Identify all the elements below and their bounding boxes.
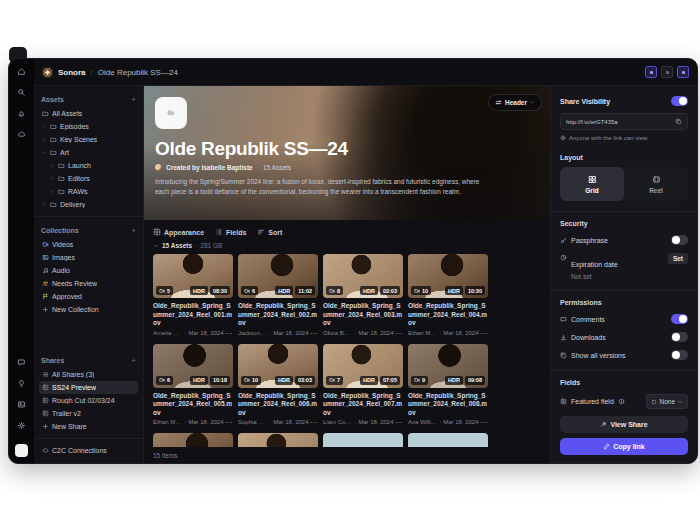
asset-card-olde-republik-spring-summer-2024-reel-010-mov[interactable]: 2HDR07:17Olde_Republik_Spring_Summer_202… xyxy=(238,433,318,447)
sort-button[interactable]: Sort xyxy=(257,228,282,236)
asset-card-olde-republik-spring-summer-2024-reel-005-mov[interactable]: 6HDR10:18Olde_Republik_Spring_Summer_202… xyxy=(153,344,233,426)
featured-field-dropdown[interactable]: None xyxy=(646,394,688,409)
show-all-versions-toggle[interactable] xyxy=(671,350,688,360)
copy-url-icon[interactable] xyxy=(675,118,682,125)
comments-toggle[interactable] xyxy=(671,314,688,324)
asset-card-olde-republik-spring-summer-2024-reel-006-mov[interactable]: 10HDR03:03Olde_Republik_Spring_Summer_20… xyxy=(238,344,318,426)
asset-menu-button[interactable]: ··· xyxy=(226,330,234,336)
sidebar-item-approved[interactable]: Approved xyxy=(39,290,138,303)
asset-card-olde-republik-spring-summer-2024-reel-001-mov[interactable]: 5HDR08:30Olde_Republik_Spring_Summer_202… xyxy=(153,254,233,336)
sidebar-item-episodes[interactable]: Episodes xyxy=(39,120,138,133)
asset-menu-button[interactable]: ··· xyxy=(481,419,489,425)
panel-divider-1 xyxy=(551,211,697,212)
sidebar-item-editors[interactable]: Editors xyxy=(39,172,138,185)
chat-icon[interactable] xyxy=(17,358,26,367)
hdr-badge: HDR xyxy=(445,376,463,385)
asset-thumbnail[interactable]: 23HDR04:13 xyxy=(153,433,233,447)
share-url-field[interactable]: http://f.io/erGT435a xyxy=(560,113,688,130)
view-share-button[interactable]: View Share xyxy=(560,416,688,433)
sidebar-item-audio[interactable]: Audio xyxy=(39,264,138,277)
asset-card-olde-republik-spring-summer-2024-reel-004-mov[interactable]: 10HDR10:30Olde_Republik_Spring_Summer_20… xyxy=(408,254,488,336)
reel-icon xyxy=(652,175,661,184)
asset-thumbnail[interactable]: 6HDR10:18 xyxy=(153,344,233,388)
assets-size: 281 GB xyxy=(200,242,222,249)
sidebar-item-rough-cut-02-03-24[interactable]: Rough Cut 02/03/24 xyxy=(39,394,138,407)
sidebar-item-trailer-v2[interactable]: Trailer v2 xyxy=(39,407,138,420)
fields-button[interactable]: Fields xyxy=(215,228,246,236)
notifications-icon[interactable] xyxy=(17,109,26,118)
hero-banner: Header Olde Republik SS—24 Created by Is… xyxy=(144,86,550,220)
tips-icon[interactable] xyxy=(17,379,26,388)
copy-link-button[interactable]: Copy link xyxy=(560,438,688,455)
asset-thumbnail[interactable]: 2HDR07:17 xyxy=(238,433,318,447)
asset-thumbnail[interactable]: 6HDR11:02 xyxy=(238,254,318,298)
share-visibility-toggle[interactable] xyxy=(671,96,688,106)
asset-card-olde-republik-spring-summer-2024-reel-007-mov[interactable]: 7HDR07:05Olde_Republik_Spring_Summer_202… xyxy=(323,344,403,426)
layout-option-reel[interactable]: Reel xyxy=(624,167,688,201)
assets-header-label: Assets xyxy=(41,96,64,103)
sidebar-item-ss24-preview[interactable]: SS24 Preview xyxy=(39,381,138,394)
sidebar-item-needs-review[interactable]: Needs Review xyxy=(39,277,138,290)
asset-thumbnail[interactable]: 7HDR07:05 xyxy=(323,344,403,388)
topbar-button-2[interactable] xyxy=(661,66,673,78)
layout-option-grid[interactable]: Grid xyxy=(560,167,624,201)
asset-menu-button[interactable]: ··· xyxy=(396,419,404,425)
asset-thumbnail[interactable]: 10HDR10:30 xyxy=(408,254,488,298)
sidebar-item-images[interactable]: Images xyxy=(39,251,138,264)
asset-menu-button[interactable]: ··· xyxy=(481,330,489,336)
appearance-button[interactable]: Appearance xyxy=(153,228,204,236)
asset-menu-button[interactable]: ··· xyxy=(311,419,319,425)
asset-thumbnail[interactable]: 8HDR02:03 xyxy=(323,254,403,298)
set-expiration-button[interactable]: Set xyxy=(668,253,688,264)
asset-filename: Olde_Republik_Spring_Summer_2024_Reel_00… xyxy=(323,392,403,418)
asset-owner: Ethan Mitchell xyxy=(408,330,437,336)
asset-thumbnail[interactable] xyxy=(408,433,488,447)
cloud-icon[interactable] xyxy=(17,130,26,139)
add-share-button[interactable]: + xyxy=(131,356,136,365)
share-description: Introducing the Spring/Summer 2024 line:… xyxy=(155,177,490,197)
sidebar-item-videos[interactable]: Videos xyxy=(39,238,138,251)
search-icon[interactable] xyxy=(17,88,26,97)
asset-thumbnail[interactable]: 9HDR09:08 xyxy=(408,344,488,388)
topbar-button-3[interactable] xyxy=(677,66,689,78)
asset-card-olde-republik-spring-summer-2024-reel-002-mov[interactable]: 6HDR11:02Olde_Republik_Spring_Summer_202… xyxy=(238,254,318,336)
sidebar-item-c2c-connections[interactable]: C2C Connections xyxy=(39,444,138,457)
sidebar-item-delivery[interactable]: Delivery xyxy=(39,198,138,211)
home-icon[interactable] xyxy=(17,67,26,76)
share-logo[interactable] xyxy=(155,97,187,129)
passphrase-toggle[interactable] xyxy=(671,235,688,245)
chevdown-icon xyxy=(42,150,47,155)
assets-summary-row[interactable]: 15 Assets · 281 GB xyxy=(144,239,550,252)
asset-thumbnail[interactable]: 10HDR03:03 xyxy=(238,344,318,388)
media-icon[interactable] xyxy=(17,400,26,409)
header-settings-button[interactable]: Header xyxy=(488,94,542,111)
asset-thumbnail[interactable]: 5HDR08:30 xyxy=(153,254,233,298)
add-collection-button[interactable]: + xyxy=(131,226,136,235)
user-avatar[interactable] xyxy=(15,444,28,457)
asset-card-olde-republik-spring-summer-2024-reel-003-mov[interactable]: 8HDR02:03Olde_Republik_Spring_Summer_202… xyxy=(323,254,403,336)
sidebar-item-raws[interactable]: RAWs xyxy=(39,185,138,198)
sidebar-item-new-collection[interactable]: New Collection xyxy=(39,303,138,316)
topbar-button-1[interactable] xyxy=(645,66,657,78)
asset-card-olde-republik-spring-summer-2024-reel-008-mov[interactable]: 9HDR09:08Olde_Republik_Spring_Summer_202… xyxy=(408,344,488,426)
asset-card-partial-1[interactable] xyxy=(323,433,403,447)
sidebar-item-all-shares-3[interactable]: All Shares (3) xyxy=(39,368,138,381)
asset-menu-button[interactable]: ··· xyxy=(226,419,234,425)
asset-card-olde-republik-spring-summer-2024-reel-009-mov[interactable]: 23HDR04:13Olde_Republik_Spring_Summer_20… xyxy=(153,433,233,447)
sidebar-item-new-share[interactable]: New Share xyxy=(39,420,138,433)
asset-menu-button[interactable]: ··· xyxy=(396,330,404,336)
sidebar-item-all-assets[interactable]: All Assets xyxy=(39,107,138,120)
sidebar-item-launch[interactable]: Launch xyxy=(39,159,138,172)
settings-icon[interactable] xyxy=(17,421,26,430)
summary-separator: · xyxy=(195,242,197,249)
app-logo[interactable] xyxy=(42,67,53,78)
asset-thumbnail[interactable] xyxy=(323,433,403,447)
asset-date: Mar 18, 2024 xyxy=(358,330,393,336)
video-icon xyxy=(42,241,49,248)
asset-card-partial-2[interactable] xyxy=(408,433,488,447)
add-asset-button[interactable]: + xyxy=(131,95,136,104)
sidebar-item-art[interactable]: Art xyxy=(39,146,138,159)
downloads-toggle[interactable] xyxy=(671,332,688,342)
asset-menu-button[interactable]: ··· xyxy=(311,330,319,336)
sidebar-item-key-scenes[interactable]: Key Scenes xyxy=(39,133,138,146)
